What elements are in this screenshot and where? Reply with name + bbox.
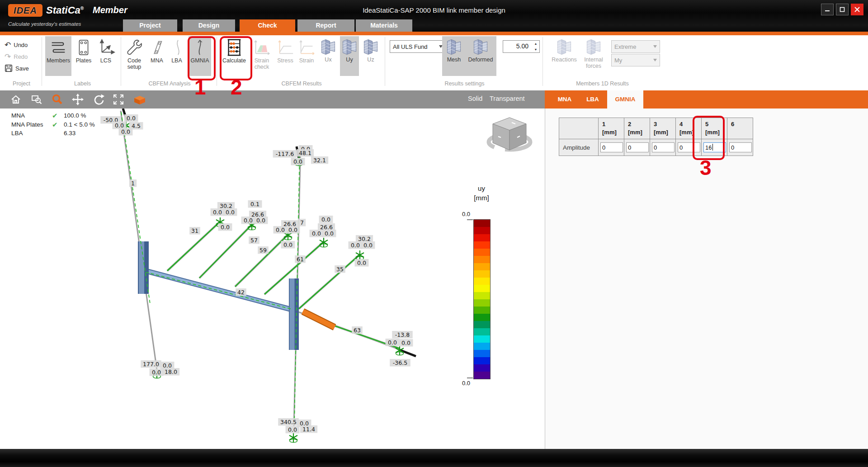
svg-text:0.0: 0.0 [401, 340, 410, 346]
amplitude-input-2[interactable] [626, 142, 649, 152]
ux-button[interactable]: Ux [319, 36, 338, 76]
internal-forces-button[interactable]: Internal forces [580, 36, 607, 76]
lba-button[interactable]: LBA [168, 36, 186, 76]
zoom-fit-icon[interactable] [113, 94, 124, 105]
uz-icon [362, 38, 380, 56]
transparent-toggle[interactable]: Transparent [490, 95, 525, 102]
check-icon: ✔ [52, 120, 64, 129]
svg-text:0.0: 0.0 [221, 224, 230, 231]
tab-design[interactable]: Design [183, 19, 235, 32]
column-header: 1[mm] [599, 118, 624, 139]
calculate-button[interactable]: Calculate [221, 36, 248, 76]
my-select[interactable]: My [611, 54, 660, 66]
close-button[interactable] [851, 4, 863, 15]
deformed-button[interactable]: Deformed [466, 36, 495, 76]
model-canvas[interactable]: 0.0-50.00.04.50.010.0-117.648.10.032.130… [0, 108, 545, 449]
model-viewport[interactable]: 0.0-50.00.04.50.010.0-117.648.10.032.130… [0, 108, 545, 449]
svg-text:0.0: 0.0 [244, 217, 253, 224]
group-label-project: Project [0, 80, 43, 89]
amplitude-input-4[interactable] [678, 142, 700, 152]
svg-text:0.0: 0.0 [163, 362, 172, 369]
tab-lba-results[interactable]: LBA [579, 90, 606, 108]
amplitude-input-3[interactable] [652, 142, 675, 152]
strain-button[interactable]: Strain [297, 36, 316, 76]
group-label-cbfem-analysis: CBFEM Analysis [122, 80, 217, 89]
solid-view-icon[interactable] [132, 94, 146, 105]
svg-text:4.5: 4.5 [132, 123, 141, 129]
svg-text:177.0: 177.0 [143, 361, 159, 368]
zoom-window-icon[interactable] [31, 94, 42, 105]
svg-text:0.0: 0.0 [283, 241, 292, 248]
rotate-icon[interactable] [93, 94, 104, 105]
group-label-cbfem-results: CBFEM Results [218, 80, 385, 89]
members-button[interactable]: Members [45, 36, 71, 76]
tab-gmnia-results[interactable]: GMNIA [607, 90, 643, 108]
svg-text:31: 31 [191, 227, 198, 234]
reactions-button[interactable]: Reactions [550, 36, 579, 76]
uy-button[interactable]: Uy [340, 36, 359, 76]
svg-text:59: 59 [259, 247, 267, 254]
undo-icon: ↶ [5, 41, 11, 49]
ribbon-separator [542, 37, 543, 86]
stress-icon [276, 38, 295, 57]
svg-text:0.0: 0.0 [325, 230, 334, 237]
svg-text:0.0: 0.0 [321, 216, 330, 223]
load-case-select[interactable]: All ULS Fund [390, 40, 446, 53]
tab-project[interactable]: Project [123, 19, 177, 32]
mna-icon [147, 38, 166, 57]
code-setup-button[interactable]: Code setup [123, 36, 146, 76]
svg-text:-13.8: -13.8 [395, 331, 410, 338]
gmnia-button[interactable]: GMNIA [189, 36, 211, 76]
colorbar-max-label: 0.0 [452, 211, 470, 217]
spin-up-button[interactable]: ▲ [532, 41, 539, 47]
svg-text:48.1: 48.1 [299, 150, 311, 156]
tab-materials[interactable]: Materials [356, 19, 412, 32]
svg-text:0.0: 0.0 [152, 369, 161, 376]
amplitude-input-1[interactable] [600, 142, 623, 152]
minimize-button[interactable] [821, 4, 834, 15]
redo-button[interactable]: ↷Redo [5, 52, 28, 61]
svg-text:30.2: 30.2 [358, 236, 371, 242]
colorbar-tick [467, 377, 473, 378]
amplitude-input-5[interactable] [703, 142, 726, 152]
plates-button[interactable]: Plates [73, 36, 94, 76]
mna-button[interactable]: MNA [147, 36, 166, 76]
svg-text:35: 35 [336, 266, 344, 273]
stress-button[interactable]: Stress [275, 36, 295, 76]
home-view-icon[interactable] [10, 94, 22, 105]
tab-check[interactable]: Check [240, 19, 295, 32]
check-icon: ✔ [52, 111, 64, 120]
table-corner-cell [559, 118, 598, 139]
uz-button[interactable]: Uz [361, 36, 380, 76]
deformation-scale-stepper[interactable]: 5.00 ▲ ▼ [503, 40, 540, 53]
undo-button[interactable]: ↶Undo [5, 40, 28, 50]
chevron-down-icon [653, 59, 657, 61]
extreme-select[interactable]: Extreme [611, 40, 660, 53]
mesh-button[interactable]: Mesh [443, 36, 465, 76]
solid-toggle[interactable]: Solid [468, 95, 482, 102]
amplitude-input-6[interactable] [729, 142, 752, 152]
save-button[interactable]: Save [5, 63, 29, 73]
lba-icon [168, 38, 187, 57]
calculate-icon [225, 38, 244, 57]
tab-mna-results[interactable]: MNA [551, 90, 578, 108]
spin-down-button[interactable]: ▼ [532, 47, 539, 52]
tab-report[interactable]: Report [297, 19, 354, 32]
maximize-button[interactable] [836, 4, 849, 15]
product-name: Member [93, 5, 127, 15]
svg-text:0.0: 0.0 [351, 242, 360, 249]
svg-text:57: 57 [250, 237, 258, 244]
svg-text:0.0: 0.0 [363, 242, 373, 249]
svg-text:0.0: 0.0 [213, 209, 222, 216]
strain-check-button[interactable]: Strain check [250, 36, 274, 76]
lcs-button[interactable]: LCS [96, 36, 116, 76]
window-controls [821, 4, 863, 15]
registered-mark: ® [80, 6, 84, 11]
zoom-icon[interactable] [51, 94, 63, 105]
svg-text:0.0: 0.0 [276, 226, 285, 233]
svg-text:0.1: 0.1 [250, 201, 259, 208]
colorbar-title: uy[mm] [465, 184, 498, 203]
svg-text:-117.6: -117.6 [276, 151, 294, 157]
navigation-cube[interactable] [485, 115, 534, 160]
pan-icon[interactable] [72, 94, 84, 105]
